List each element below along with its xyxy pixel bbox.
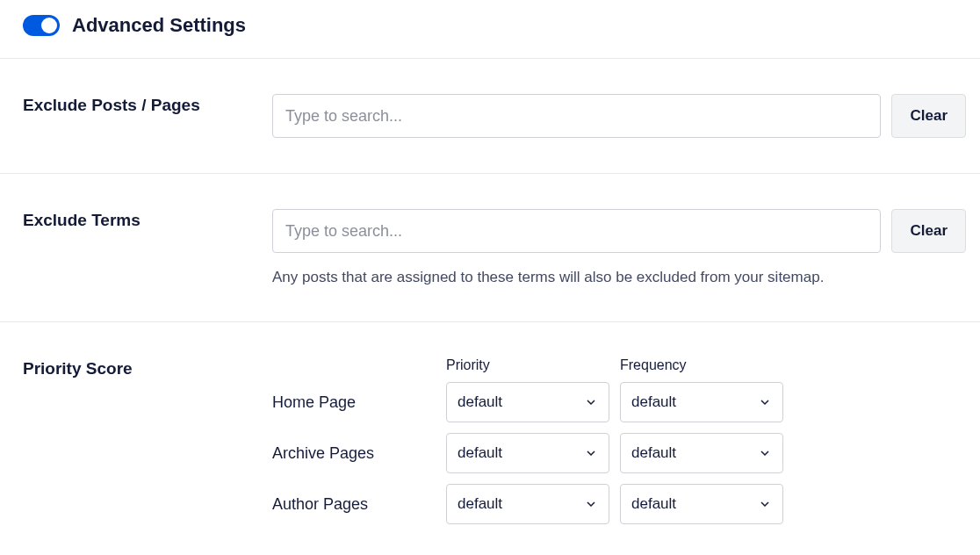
exclude-terms-clear-button[interactable]: Clear <box>891 209 966 253</box>
select-value: default <box>631 495 676 513</box>
archive-pages-frequency-select[interactable]: default <box>620 433 783 473</box>
section-exclude-posts: Exclude Posts / Pages Clear <box>0 59 980 174</box>
chevron-down-icon <box>758 497 772 511</box>
exclude-posts-search-input[interactable] <box>272 94 881 138</box>
home-page-priority-select[interactable]: default <box>446 382 609 422</box>
advanced-settings-header: Advanced Settings <box>0 0 980 59</box>
priority-row-label: Archive Pages <box>272 444 446 463</box>
author-pages-frequency-select[interactable]: default <box>620 484 783 524</box>
priority-row-label: Author Pages <box>272 495 446 514</box>
chevron-down-icon <box>758 395 772 409</box>
archive-pages-priority-select[interactable]: default <box>446 433 609 473</box>
exclude-terms-search-input[interactable] <box>272 209 881 253</box>
frequency-column-header: Frequency <box>620 357 794 373</box>
select-value: default <box>458 495 502 513</box>
chevron-down-icon <box>584 497 598 511</box>
author-pages-priority-select[interactable]: default <box>446 484 609 524</box>
exclude-posts-label: Exclude Posts / Pages <box>23 94 272 138</box>
exclude-terms-helper-text: Any posts that are assigned to these ter… <box>272 269 966 286</box>
advanced-settings-toggle[interactable] <box>23 15 60 36</box>
chevron-down-icon <box>584 446 598 460</box>
select-value: default <box>631 393 676 411</box>
priority-column-header: Priority <box>446 357 620 373</box>
priority-row-archive-pages: Archive Pages default default <box>272 433 966 473</box>
advanced-settings-title: Advanced Settings <box>72 14 246 37</box>
chevron-down-icon <box>758 446 772 460</box>
select-value: default <box>458 444 502 462</box>
select-value: default <box>631 444 676 462</box>
exclude-terms-content: Clear Any posts that are assigned to the… <box>272 209 966 286</box>
priority-row-home-page: Home Page default default <box>272 382 966 422</box>
chevron-down-icon <box>584 395 598 409</box>
exclude-terms-row: Clear <box>272 209 966 253</box>
exclude-posts-content: Clear <box>272 94 966 138</box>
exclude-posts-row: Clear <box>272 94 966 138</box>
toggle-knob <box>41 18 57 33</box>
priority-score-label: Priority Score <box>23 357 272 535</box>
priority-row-label: Home Page <box>272 393 446 412</box>
priority-header-spacer <box>272 357 446 373</box>
home-page-frequency-select[interactable]: default <box>620 382 783 422</box>
section-exclude-terms: Exclude Terms Clear Any posts that are a… <box>0 174 980 322</box>
priority-score-content: Priority Frequency Home Page default def… <box>272 357 966 535</box>
exclude-posts-clear-button[interactable]: Clear <box>891 94 966 138</box>
exclude-terms-label: Exclude Terms <box>23 209 272 286</box>
priority-grid-header: Priority Frequency <box>272 357 966 373</box>
select-value: default <box>458 393 502 411</box>
section-priority-score: Priority Score Priority Frequency Home P… <box>0 322 980 555</box>
priority-row-author-pages: Author Pages default default <box>272 484 966 524</box>
